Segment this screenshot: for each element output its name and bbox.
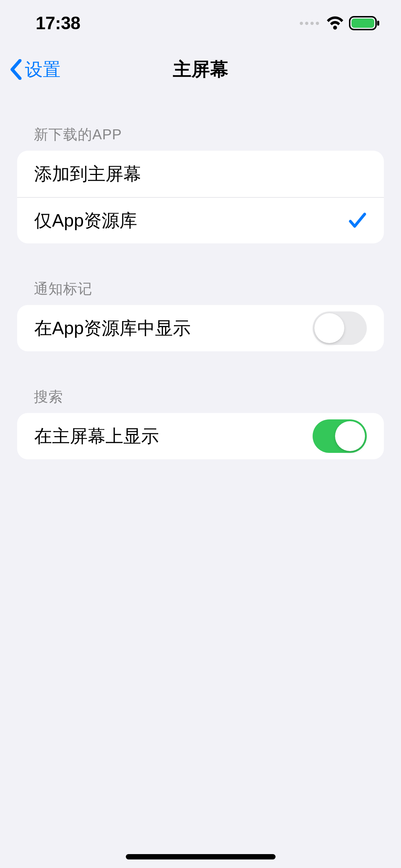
chevron-left-icon	[9, 59, 22, 80]
status-bar: 17:38	[0, 0, 401, 46]
row-label: 在App资源库中显示	[34, 316, 313, 340]
home-indicator[interactable]	[126, 854, 276, 859]
option-label: 添加到主屏幕	[34, 162, 367, 186]
row-show-in-app-library: 在App资源库中显示	[17, 305, 384, 351]
back-button[interactable]: 设置	[9, 58, 61, 82]
page-title: 主屏幕	[173, 57, 228, 82]
row-show-on-home: 在主屏幕上显示	[17, 413, 384, 459]
svg-rect-1	[351, 19, 374, 28]
group-search: 在主屏幕上显示	[17, 413, 384, 459]
back-label: 设置	[25, 58, 61, 82]
group-badges: 在App资源库中显示	[17, 305, 384, 351]
nav-bar: 设置 主屏幕	[0, 46, 401, 93]
option-label: 仅App资源库	[34, 209, 348, 233]
section-header-new-apps: 新下载的APP	[0, 125, 401, 144]
group-new-apps: 添加到主屏幕 仅App资源库	[17, 151, 384, 243]
checkmark-icon	[348, 212, 367, 229]
svg-rect-2	[377, 21, 379, 26]
status-time: 17:38	[36, 13, 80, 33]
section-header-badges: 通知标记	[0, 279, 401, 299]
toggle-show-on-home[interactable]	[313, 419, 367, 453]
status-right	[300, 16, 380, 30]
row-label: 在主屏幕上显示	[34, 424, 313, 448]
option-app-library-only[interactable]: 仅App资源库	[17, 197, 384, 243]
wifi-icon	[326, 16, 344, 30]
toggle-show-in-app-library[interactable]	[313, 311, 367, 345]
option-add-to-home[interactable]: 添加到主屏幕	[17, 151, 384, 197]
signal-dots-icon	[300, 22, 319, 25]
battery-icon	[349, 16, 380, 30]
section-header-search: 搜索	[0, 387, 401, 407]
